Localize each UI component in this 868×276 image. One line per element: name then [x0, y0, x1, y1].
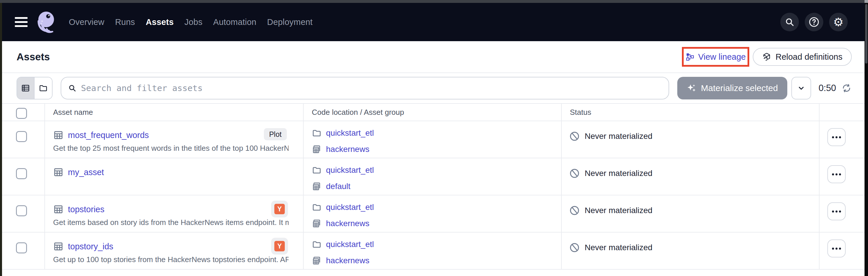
- never-materialized-icon: [569, 168, 580, 179]
- row-checkbox[interactable]: [16, 168, 27, 179]
- column-asset-name: Asset name: [44, 104, 303, 120]
- search-input[interactable]: [81, 83, 662, 93]
- scrollbar-thumb[interactable]: [865, 4, 867, 64]
- table-row: topstories Get items based on story ids …: [2, 196, 865, 233]
- row-actions-button[interactable]: [827, 128, 846, 146]
- asset-name-link[interactable]: most_frequent_words: [68, 131, 149, 140]
- flat-view-button[interactable]: [17, 77, 35, 99]
- row-actions-button[interactable]: [827, 165, 846, 183]
- status-text: Never materialized: [585, 131, 652, 142]
- materialize-selected-button[interactable]: Materialize selected: [677, 77, 787, 99]
- assets-toolbar: Materialize selected 0:50: [2, 73, 865, 103]
- search-input-icon: [68, 83, 77, 93]
- code-location-link[interactable]: quickstart_etl: [326, 129, 374, 138]
- table-row: my_asset quickstart_etl: [2, 158, 865, 196]
- reload-definitions-icon: [762, 52, 771, 62]
- nav-item-runs[interactable]: Runs: [115, 18, 135, 27]
- code-location-link[interactable]: quickstart_etl: [326, 166, 374, 175]
- assets-table-body: most_frequent_words Get the top 25 most …: [2, 121, 865, 270]
- row-actions-button[interactable]: [827, 202, 846, 220]
- never-materialized-icon: [569, 205, 580, 216]
- help-button[interactable]: [805, 13, 823, 31]
- row-checkbox[interactable]: [16, 131, 27, 142]
- column-actions: [819, 104, 865, 120]
- sparkle-icon: [687, 83, 696, 93]
- status-text: Never materialized: [585, 205, 652, 216]
- asset-tag-hackernews[interactable]: Y: [271, 238, 288, 254]
- never-materialized-icon: [569, 131, 580, 142]
- column-code-location: Code location / Asset group: [303, 104, 561, 120]
- hamburger-menu-icon[interactable]: [15, 17, 28, 27]
- page-header: Assets View lineage Reload definitions: [2, 41, 865, 73]
- view-lineage-label: View lineage: [698, 52, 746, 62]
- asset-group-link[interactable]: hackernews: [326, 256, 369, 265]
- asset-description: Get the top 25 most frequent words in th…: [53, 144, 288, 153]
- select-all-checkbox[interactable]: [16, 108, 27, 119]
- scrollbar-track[interactable]: [865, 3, 868, 276]
- code-location-folder-icon: [312, 239, 322, 249]
- search-icon: [784, 17, 795, 27]
- view-toggle: [17, 77, 53, 99]
- select-all-cell: [2, 105, 44, 120]
- asset-group-icon: [312, 218, 322, 229]
- scrollbar-top-cap: [865, 0, 868, 3]
- desktop-left-edge: [0, 3, 2, 276]
- asset-name-link[interactable]: my_asset: [68, 168, 104, 177]
- table-row: topstory_ids Get up to 100 top stories f…: [2, 233, 865, 270]
- never-materialized-icon: [569, 242, 580, 253]
- nav-item-assets[interactable]: Assets: [146, 18, 174, 27]
- asset-group-icon: [312, 181, 322, 191]
- nav-item-overview[interactable]: Overview: [69, 18, 104, 27]
- gear-icon: ⚙: [833, 16, 844, 28]
- status-text: Never materialized: [585, 168, 652, 179]
- asset-tag-plot[interactable]: Plot: [264, 128, 287, 140]
- top-navigation-bar: Overview Runs Assets Jobs Automation Dep…: [2, 3, 865, 41]
- status-text: Never materialized: [585, 242, 652, 253]
- asset-table-icon: [53, 167, 64, 177]
- nav-item-automation[interactable]: Automation: [213, 18, 256, 27]
- table-header: Asset name Code location / Asset group S…: [2, 103, 865, 121]
- asset-table-icon: [53, 241, 64, 252]
- code-location-folder-icon: [312, 128, 322, 138]
- asset-table-icon: [53, 130, 64, 140]
- chevron-down-icon: [797, 83, 806, 93]
- dagster-logo-icon[interactable]: [35, 10, 57, 34]
- row-checkbox[interactable]: [16, 205, 27, 216]
- refresh-countdown: 0:50: [819, 83, 836, 93]
- help-icon: [808, 16, 820, 28]
- asset-search-box[interactable]: [61, 77, 669, 99]
- materialize-selected-label: Materialize selected: [701, 83, 778, 93]
- folder-view-button[interactable]: [35, 77, 52, 99]
- y-combinator-icon: Y: [274, 204, 285, 214]
- view-lineage-button[interactable]: View lineage: [682, 47, 749, 67]
- column-status: Status: [561, 104, 819, 120]
- table-row: most_frequent_words Get the top 25 most …: [2, 121, 865, 158]
- row-actions-button[interactable]: [827, 239, 846, 257]
- materialize-options-button[interactable]: [792, 77, 811, 99]
- asset-group-link[interactable]: default: [326, 182, 350, 191]
- asset-description: Get items based on story ids from the Ha…: [53, 218, 288, 227]
- y-combinator-icon: Y: [274, 241, 285, 251]
- settings-button[interactable]: ⚙: [829, 13, 848, 31]
- asset-name-link[interactable]: topstories: [68, 205, 104, 214]
- nav-item-deployment[interactable]: Deployment: [267, 18, 313, 27]
- refresh-icon: [841, 83, 852, 93]
- nav-links: Overview Runs Assets Jobs Automation Dep…: [69, 18, 313, 27]
- asset-tag-hackernews[interactable]: Y: [271, 201, 288, 217]
- asset-group-icon: [312, 256, 322, 266]
- reload-definitions-button[interactable]: Reload definitions: [753, 48, 852, 66]
- code-location-link[interactable]: quickstart_etl: [326, 203, 374, 212]
- asset-group-icon: [312, 144, 322, 154]
- refresh-button[interactable]: [841, 83, 852, 93]
- asset-group-link[interactable]: hackernews: [326, 145, 369, 154]
- table-view-icon: [21, 83, 30, 93]
- folder-view-icon: [39, 83, 48, 93]
- nav-item-jobs[interactable]: Jobs: [184, 18, 202, 27]
- asset-name-link[interactable]: topstory_ids: [68, 242, 113, 251]
- search-button[interactable]: [780, 13, 799, 31]
- code-location-folder-icon: [312, 202, 322, 212]
- code-location-link[interactable]: quickstart_etl: [326, 240, 374, 249]
- asset-description: Get up to 100 top stories from the Hacke…: [53, 255, 288, 264]
- asset-group-link[interactable]: hackernews: [326, 219, 369, 228]
- row-checkbox[interactable]: [16, 242, 27, 253]
